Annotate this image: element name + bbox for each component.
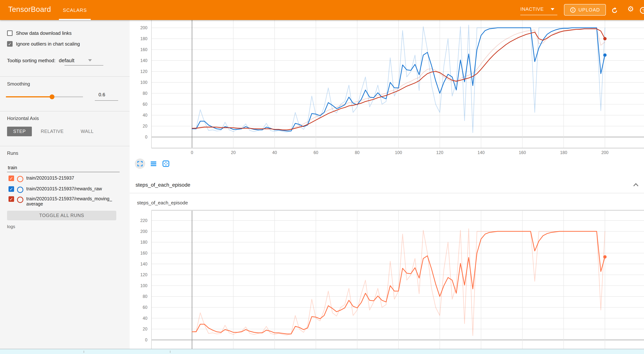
ignore-outliers-row[interactable]: Ignore outliers in chart scaling bbox=[7, 41, 80, 47]
runs-filter-input[interactable] bbox=[7, 163, 120, 172]
ignore-outliers-checkbox[interactable] bbox=[7, 41, 12, 47]
smoothing-value-field[interactable]: 0.6 bbox=[95, 92, 118, 101]
y-axis-tick-label: 180 bbox=[140, 36, 148, 41]
refresh-icon[interactable] bbox=[610, 6, 618, 14]
slider-knob[interactable] bbox=[50, 94, 54, 99]
haxis-relative-button[interactable]: RELATIVE bbox=[36, 127, 69, 136]
fit-to-data-icon bbox=[162, 160, 170, 167]
scrollbar-tick bbox=[170, 351, 170, 353]
smoothing-label: Smoothing bbox=[7, 81, 30, 87]
divider bbox=[130, 193, 644, 193]
runs-heading: Runs bbox=[7, 150, 18, 156]
y-axis-tick-label: 40 bbox=[142, 316, 148, 321]
show-download-links-checkbox[interactable] bbox=[7, 30, 12, 36]
show-download-links-row[interactable]: Show data download links bbox=[7, 30, 72, 36]
haxis-step-button[interactable]: STEP bbox=[7, 127, 32, 136]
run-color-ring bbox=[17, 176, 23, 182]
y-axis-tick-label: 180 bbox=[140, 240, 148, 244]
tag-section-header[interactable]: steps_of_each_episode bbox=[130, 177, 644, 193]
tooltip-sorting-underline bbox=[64, 65, 103, 66]
y-axis-tick-label: 100 bbox=[140, 283, 148, 288]
smoothing-slider[interactable] bbox=[6, 94, 83, 99]
expand-icon bbox=[137, 161, 143, 167]
x-axis-tick-label: 100 bbox=[395, 150, 402, 155]
gear-icon[interactable]: ⚙ bbox=[626, 5, 635, 13]
x-axis-tick-label: 160 bbox=[519, 150, 526, 155]
series-end-dot bbox=[603, 54, 606, 57]
x-axis-tick-label: 180 bbox=[560, 150, 567, 155]
haxis-wall-button[interactable]: WALL bbox=[76, 127, 99, 136]
y-axis-tick-label: 20 bbox=[142, 326, 148, 332]
y-axis-tick-label: 40 bbox=[142, 113, 148, 118]
y-axis-tick-label: 160 bbox=[140, 251, 148, 256]
environment-select-value: INACTIVE bbox=[520, 6, 544, 12]
scrollbar-tick bbox=[84, 351, 84, 353]
run-row[interactable]: train/20201015-215937 bbox=[8, 176, 114, 182]
run-color-ring bbox=[17, 186, 23, 193]
run-checkbox[interactable] bbox=[8, 186, 14, 192]
tab-scalars[interactable]: SCALARS bbox=[59, 0, 91, 20]
chevron-down-icon bbox=[88, 59, 92, 62]
ignore-outliers-label: Ignore outliers in chart scaling bbox=[16, 41, 80, 47]
series-end-dot bbox=[603, 37, 606, 40]
horizontal-axis-label: Horizontal Axis bbox=[7, 116, 39, 121]
tab-active-underline bbox=[59, 19, 91, 20]
horizontal-scrollbar[interactable] bbox=[0, 349, 644, 354]
x-axis-tick-label: 140 bbox=[478, 150, 484, 155]
chart-title: steps_of_each_episode bbox=[137, 200, 188, 206]
svg-text:?: ? bbox=[642, 8, 644, 13]
run-label: train/20201015-215937/rewards_raw bbox=[26, 186, 114, 192]
slider-fill bbox=[6, 96, 52, 97]
y-axis-tick-label: 120 bbox=[140, 69, 148, 74]
y-axis-tick-label: 60 bbox=[142, 102, 148, 107]
toggle-all-runs-button[interactable]: TOGGLE ALL RUNS bbox=[7, 211, 116, 220]
upload-button-label: UPLOAD bbox=[578, 7, 600, 12]
y-axis-tick-label: 140 bbox=[140, 58, 148, 63]
run-checkbox[interactable] bbox=[8, 196, 14, 202]
run-checkbox[interactable] bbox=[8, 176, 14, 181]
run-row[interactable]: train/20201015-215937/rewards_moving_ave… bbox=[8, 196, 114, 207]
fit-domain-button[interactable] bbox=[162, 159, 170, 168]
run-label: train/20201015-215937 bbox=[26, 176, 114, 181]
tag-section-title: steps_of_each_episode bbox=[136, 177, 190, 193]
show-download-links-label: Show data download links bbox=[16, 30, 72, 36]
y-axis-tick-label: 100 bbox=[140, 80, 148, 85]
y-axis-tick-label: 0 bbox=[145, 338, 148, 342]
tooltip-sorting-select[interactable]: default bbox=[59, 58, 74, 63]
chart-toolbar bbox=[135, 158, 170, 170]
horizontal-axis-segmented: STEP RELATIVE WALL bbox=[7, 127, 99, 136]
x-axis-tick-label: 20 bbox=[231, 150, 236, 155]
tooltip-sorting-row: Tooltip sorting method: default bbox=[7, 58, 92, 63]
logdir-label: logs bbox=[7, 224, 15, 229]
expand-chart-button[interactable] bbox=[135, 158, 145, 169]
collapse-section-icon[interactable] bbox=[633, 182, 639, 188]
info-icon bbox=[570, 7, 576, 13]
x-axis-tick-label: 200 bbox=[602, 150, 608, 155]
y-axis-tick-label: 200 bbox=[140, 229, 148, 234]
toggle-y-axis-button[interactable] bbox=[149, 159, 158, 168]
settings-sidebar: Show data download links Ignore outliers… bbox=[0, 20, 130, 349]
tooltip-sorting-label: Tooltip sorting method: bbox=[7, 58, 56, 63]
chevron-down-icon bbox=[551, 8, 554, 10]
x-axis-tick-label: 80 bbox=[355, 150, 360, 155]
y-axis-tick-label: 220 bbox=[140, 218, 148, 223]
y-axis-tick-label: 60 bbox=[142, 305, 148, 310]
run-label: train/20201015-215937/rewards_moving_ave… bbox=[26, 196, 114, 207]
series-end-dot bbox=[603, 255, 606, 258]
environment-select-underline bbox=[520, 15, 557, 15]
lines-icon bbox=[150, 161, 156, 167]
help-icon[interactable]: ? bbox=[639, 6, 644, 14]
run-row[interactable]: train/20201015-215937/rewards_raw bbox=[8, 186, 114, 193]
y-axis-tick-label: 120 bbox=[140, 272, 148, 277]
y-axis-tick-label: 0 bbox=[145, 134, 148, 140]
y-axis-tick-label: 20 bbox=[142, 124, 148, 128]
x-axis-tick-label: 0 bbox=[191, 150, 193, 155]
steps-chart[interactable]: 020406080100120140160180200220 bbox=[130, 208, 644, 349]
divider bbox=[0, 146, 130, 146]
scalars-dashboard: 0204060801001201401601802000204060801001… bbox=[130, 20, 644, 349]
y-axis-tick-label: 80 bbox=[142, 91, 148, 96]
x-axis-tick-label: 120 bbox=[436, 150, 443, 155]
upload-button[interactable]: UPLOAD bbox=[564, 4, 606, 16]
divider bbox=[0, 111, 130, 112]
rewards-chart[interactable]: 0204060801001201401601802000204060801001… bbox=[130, 20, 644, 156]
